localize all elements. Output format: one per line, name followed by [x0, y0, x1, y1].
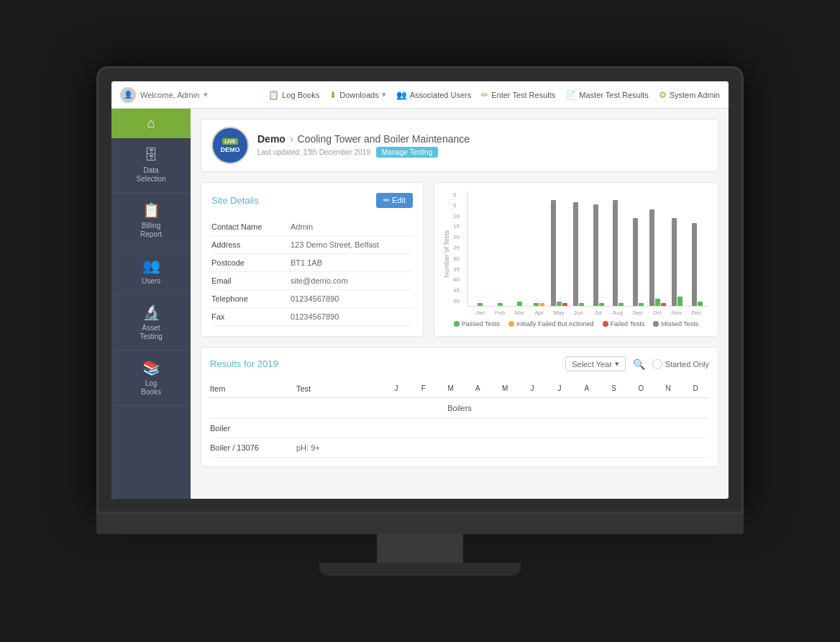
legend-failed-label: Failed Tests	[611, 320, 645, 327]
sidebar-home-button[interactable]: ⌂	[111, 109, 191, 138]
bar-green	[517, 302, 522, 306]
master-test-results-icon: 📄	[565, 90, 576, 100]
nav-master-test-results[interactable]: 📄 Master Test Results	[565, 90, 648, 100]
breadcrumb-separator: ›	[290, 133, 293, 145]
bar-red	[661, 303, 666, 306]
col-header-j3: J	[546, 384, 573, 393]
log-books-label: LogBooks	[141, 379, 161, 397]
bars-row	[590, 204, 608, 306]
col-header-j1: J	[383, 384, 410, 393]
nav-system-admin[interactable]: ⚙ System Admin	[659, 90, 720, 100]
legend-missed-label: Missed Tests	[661, 320, 698, 327]
chart-legend: Passed Tests Initially Failed But Action…	[443, 320, 709, 327]
breadcrumb-subtitle: Last updated: 13th December 2019 Manage …	[257, 147, 470, 158]
boilers-section-header: Boilers	[210, 398, 709, 419]
last-updated-text: Last updated: 13th December 2019	[257, 148, 370, 156]
value-address: 123 Demo Street, Belfast	[291, 240, 379, 249]
bar-green	[639, 303, 644, 306]
monitor-neck	[377, 534, 463, 563]
value-postcode: BT1 1AB	[291, 258, 322, 267]
manage-testing-badge[interactable]: Manage Testing	[376, 147, 438, 158]
value-fax: 01234567890	[291, 312, 339, 321]
nav-downloads[interactable]: ⬇ Downloads ▾	[329, 90, 385, 100]
bar-gray	[692, 223, 697, 306]
bar-green	[655, 299, 660, 306]
logo-demo-text: DEMO	[221, 146, 240, 153]
month-label-text: Nov	[667, 309, 686, 316]
started-only-wrapper: Started Only	[652, 359, 709, 369]
row-test-boiler-13076: pH: 9+	[296, 443, 383, 452]
downloads-label: Downloads	[339, 91, 378, 99]
results-controls: Select Year ▾ 🔍 Started Only	[565, 356, 709, 371]
chart-month-group	[688, 223, 706, 306]
month-label-text: Jul	[588, 309, 608, 316]
sidebar-item-billing-report[interactable]: 📋 BillingReport	[111, 193, 191, 248]
chart-month-group	[609, 200, 627, 306]
app-body: ⌂ 🗄 DataSelection 📋 BillingReport 👥	[111, 109, 729, 499]
col-header-a2: A	[573, 384, 601, 393]
welcome-dropdown-arrow[interactable]: ▾	[204, 90, 208, 99]
legend-failed-dot	[603, 321, 608, 327]
chart-container: Number of Tests 50 45 40 35 30	[434, 182, 718, 337]
sidebar-item-asset-testing[interactable]: 🔬 AssetTesting	[111, 295, 191, 351]
bar-gray	[551, 200, 556, 306]
bar-green	[599, 303, 604, 306]
breadcrumb: Demo › Cooling Tower and Boiler Maintena…	[257, 133, 470, 158]
bar-gray	[593, 204, 598, 306]
home-icon: ⌂	[147, 116, 155, 131]
sidebar-item-users[interactable]: 👥 Users	[111, 248, 191, 295]
chart-month-group	[471, 303, 489, 306]
enter-test-results-icon: ✏	[481, 90, 488, 100]
month-label-text: Sep	[628, 309, 647, 316]
bars-row	[490, 303, 508, 306]
monitor-base	[96, 514, 744, 534]
results-card: Results for 2019 Select Year ▾ 🔍	[201, 347, 718, 467]
downloads-arrow: ▾	[382, 90, 386, 99]
y-axis-label: Number of Tests	[443, 230, 450, 277]
bars-row	[530, 303, 548, 306]
breadcrumb-demo[interactable]: Demo	[257, 133, 286, 145]
table-row-boiler-13076: Boiler / 13076 pH: 9+	[210, 438, 709, 458]
results-header: Results for 2019 Select Year ▾ 🔍	[210, 356, 709, 371]
col-header-n: N	[654, 384, 682, 393]
top-nav-left: 👤 Welcome, Admin ▾	[120, 87, 208, 103]
started-only-checkbox[interactable]	[652, 359, 662, 369]
bar-green	[677, 297, 682, 306]
bar-gray	[633, 218, 638, 306]
chart-month-group	[629, 218, 647, 306]
logo-badge[interactable]: LIVE DEMO	[211, 127, 249, 164]
legend-missed: Missed Tests	[653, 320, 698, 327]
two-col-layout: Site Details ✏ Edit Contact Name Admin	[201, 182, 718, 347]
legend-failed: Failed Tests	[603, 320, 645, 327]
results-title: Results for 2019	[210, 358, 278, 369]
detail-row-telephone: Telephone 01234567890	[211, 290, 413, 308]
month-label-text: May	[549, 309, 568, 316]
search-button[interactable]: 🔍	[633, 358, 645, 370]
col-header-item: Item	[210, 384, 296, 393]
chart-month-group	[550, 200, 568, 306]
legend-initially-failed-dot	[508, 321, 514, 327]
chart-inner: Number of Tests 50 45 40 35 30	[443, 191, 709, 316]
edit-button[interactable]: ✏ Edit	[376, 193, 413, 208]
sidebar-item-data-selection[interactable]: 🗄 DataSelection	[111, 138, 191, 193]
sidebar-item-log-books[interactable]: 📚 LogBooks	[111, 351, 191, 406]
associated-users-icon: 👥	[396, 90, 407, 100]
month-label-text: Mar	[510, 309, 529, 316]
select-year-button[interactable]: Select Year ▾	[565, 356, 626, 371]
month-label-text: Dec	[687, 309, 706, 316]
nav-logbooks[interactable]: 📋 Log Books	[268, 90, 319, 100]
bar-gray	[613, 200, 618, 306]
bars-row	[511, 302, 529, 306]
value-email: site@demo.com	[291, 276, 348, 285]
nav-associated-users[interactable]: 👥 Associated Users	[396, 90, 472, 100]
table-row-boiler: Boiler	[210, 419, 709, 438]
legend-passed: Passed Tests	[454, 320, 500, 327]
bars-row	[629, 218, 647, 306]
detail-row-fax: Fax 01234567890	[211, 308, 413, 326]
right-column: Number of Tests 50 45 40 35 30	[434, 182, 718, 347]
bar-green	[534, 303, 539, 306]
month-label-text: Oct	[647, 309, 667, 316]
nav-enter-test-results[interactable]: ✏ Enter Test Results	[481, 90, 555, 100]
top-nav: 👤 Welcome, Admin ▾ 📋 Log Books ⬇ Downloa…	[111, 81, 729, 109]
bars-row	[609, 200, 627, 306]
